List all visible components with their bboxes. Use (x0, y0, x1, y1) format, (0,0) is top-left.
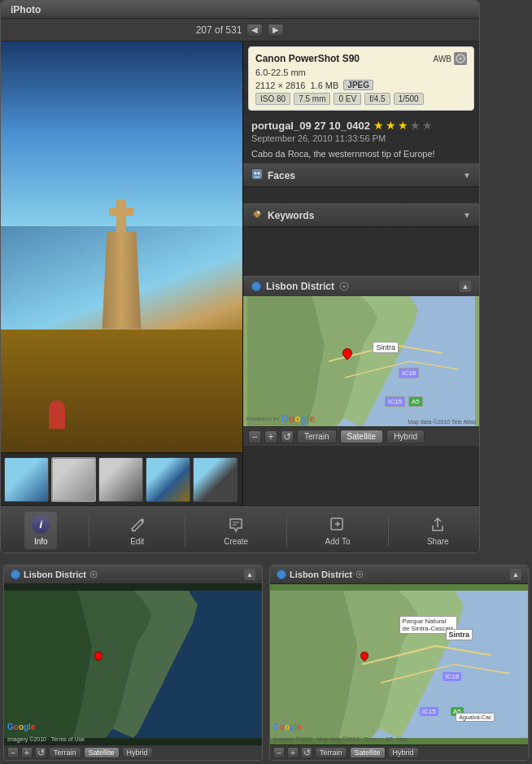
info-label: Info (34, 537, 48, 546)
star-2[interactable]: ★ (386, 119, 396, 132)
monument-base (97, 232, 146, 330)
bottom-map-left-title: Lisbon District (11, 570, 98, 579)
people-area (49, 400, 65, 432)
bottom-map-left-header: Lisbon District ▲ (4, 565, 262, 584)
keywords-section-content (243, 227, 479, 243)
edit-label: Edit (130, 537, 144, 546)
bottom-map-left-collapse[interactable]: ▲ (244, 569, 255, 580)
info-panel: Canon PowerShot S90 AWB 6.0-22.5 mm 2112… (242, 41, 479, 505)
focal-length-badge: 7.5 mm (294, 93, 330, 105)
exif-row: ISO 80 7.5 mm 0 EV f/4.5 1/500 (255, 93, 467, 105)
next-photo-button[interactable]: ▶ (268, 24, 284, 37)
bottom-map-left-body: Imagery ©2010 · Terms of Use Google (4, 584, 262, 744)
bottom-map-right-footer: − + ↺ Terrain Satellite Hybrid (270, 744, 528, 760)
star-5[interactable]: ★ (422, 119, 433, 132)
bottom-toolbar: i Info Edit Create Add To (1, 505, 479, 553)
map-label-ic19: IC19 (399, 368, 419, 378)
terrain-sintra-label: Sintra (446, 629, 473, 640)
bottom-map-left-refresh[interactable]: ↺ (35, 747, 46, 758)
photo-counter: 207 of 531 (196, 24, 242, 36)
map-refresh-button[interactable]: ↺ (281, 430, 294, 443)
ground-background (1, 330, 242, 453)
thumbnail-4[interactable] (146, 457, 190, 502)
dimensions-row: 2112 × 2816 1.6 MB JPEG (255, 80, 467, 90)
iphoto-window: iPhoto 207 of 531 ◀ ▶ (0, 0, 480, 553)
thumbnail-2[interactable] (51, 457, 96, 502)
thumbnail-1[interactable] (4, 457, 49, 502)
ev-badge: 0 EV (334, 93, 361, 105)
bottom-map-left-hybrid[interactable]: Hybrid (122, 747, 153, 758)
bottom-map-left-zoom-in[interactable]: + (21, 747, 33, 758)
thumbnail-3[interactable] (98, 457, 143, 502)
info-icon: i (31, 515, 50, 535)
map-link-icon-right (355, 570, 364, 578)
thumbnail-5[interactable] (193, 457, 238, 502)
star-rating: ★ ★ ★ ★ ★ (373, 119, 433, 132)
map-label-a5: A5 (408, 396, 423, 407)
toolbar-edit[interactable]: Edit (121, 512, 154, 549)
zoom-out-button[interactable]: − (248, 430, 261, 443)
bottom-map-left: Lisbon District ▲ Imagery ©2010 · Terms … (3, 565, 263, 761)
terrain-ic19-label: IC19 (443, 672, 461, 681)
toolbar-add-to[interactable]: Add To (319, 512, 357, 549)
map-satellite-button[interactable]: Satellite (340, 430, 384, 443)
keywords-section-header[interactable]: Keywords ▼ (243, 203, 479, 227)
keywords-label: Keywords (268, 210, 314, 221)
keywords-chevron: ▼ (463, 211, 471, 220)
bottom-map-left-terrain[interactable]: Terrain (49, 747, 81, 758)
bottom-map-left-zoom-out[interactable]: − (7, 747, 19, 758)
terrain-google-logo: Google (273, 718, 301, 733)
google-watermark: POWERED BY Google (246, 413, 315, 425)
faces-label: Faces (268, 170, 295, 181)
photo-date: September 26, 2010 11:33:56 PM (243, 132, 479, 145)
star-3[interactable]: ★ (398, 119, 408, 132)
bottom-map-right-title: Lisbon District (277, 570, 364, 579)
toolbar-share[interactable]: Share (421, 512, 456, 549)
toolbar-create[interactable]: Create (217, 512, 255, 549)
bottom-map-right-hybrid[interactable]: Hybrid (388, 747, 419, 758)
add-to-icon (328, 515, 347, 535)
bottom-map-right-zoom-out[interactable]: − (273, 747, 285, 758)
faces-section-header[interactable]: Faces ▼ (243, 164, 479, 187)
google-logo: Google (281, 413, 315, 425)
camera-model-row: Canon PowerShot S90 AWB (255, 52, 467, 65)
star-4[interactable]: ★ (410, 119, 421, 132)
bottom-map-right-terrain[interactable]: Terrain (315, 747, 347, 758)
star-1[interactable]: ★ (373, 119, 384, 132)
bottom-map-right-zoom-in[interactable]: + (287, 747, 299, 758)
prev-photo-button[interactable]: ◀ (246, 24, 263, 37)
map-hybrid-button[interactable]: Hybrid (386, 430, 425, 443)
keywords-icon (251, 208, 263, 222)
map-terrain-button[interactable]: Terrain (297, 430, 337, 443)
satellite-copyright: Imagery ©2010 · Terms of Use (7, 736, 85, 742)
terrain-agualva-label: Agualva-Cac (456, 713, 495, 722)
map-copyright: Map data ©2010 Tele Atlas (408, 419, 476, 425)
create-label: Create (224, 537, 248, 546)
map-header-controls: ▲ (460, 281, 471, 292)
bottom-map-right-header: Lisbon District ▲ (270, 565, 528, 584)
photo-filename: portugal_09 27 10_0402 (251, 120, 370, 132)
share-icon (428, 515, 447, 535)
map-collapse-button[interactable]: ▲ (460, 281, 471, 292)
focal-range: 6.0-22.5 mm (255, 68, 306, 77)
camera-info-box: Canon PowerShot S90 AWB 6.0-22.5 mm 2112… (248, 46, 474, 111)
main-content: Canon PowerShot S90 AWB 6.0-22.5 mm 2112… (1, 41, 479, 505)
add-to-label: Add To (325, 537, 351, 546)
bottom-map-right-body: Parque Naturalde Sintra-Cascais Sintra I… (270, 584, 528, 744)
create-icon (226, 515, 246, 535)
map-link-icon-left (89, 570, 98, 578)
satellite-google-logo: Google (7, 718, 35, 733)
spacer (243, 243, 479, 276)
faces-chevron: ▼ (463, 171, 471, 180)
zoom-in-button[interactable]: + (264, 430, 277, 443)
map-section-header: Lisbon District ▲ (243, 276, 479, 296)
bottom-map-right-collapse[interactable]: ▲ (510, 569, 521, 580)
focal-range-row: 6.0-22.5 mm (255, 68, 467, 77)
bottom-map-right-refresh[interactable]: ↺ (301, 747, 312, 758)
terrain-copyright: Imagery ©2010 · Map data ©2010 · Term...… (273, 736, 408, 742)
toolbar-info[interactable]: i Info (24, 512, 57, 549)
faces-title: Faces (251, 168, 295, 182)
bottom-map-left-satellite[interactable]: Satellite (84, 747, 120, 758)
main-photo (1, 41, 242, 452)
bottom-map-right-satellite[interactable]: Satellite (350, 747, 386, 758)
